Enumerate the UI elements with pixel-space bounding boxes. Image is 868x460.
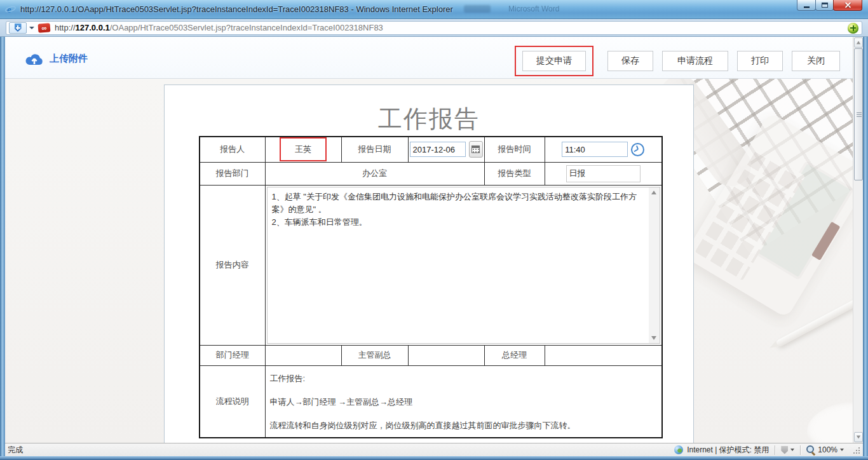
maximize-icon: [822, 3, 828, 8]
scroll-up-icon[interactable]: [651, 191, 656, 194]
submit-application-button[interactable]: 提交申请: [522, 51, 586, 71]
window-border-left: [0, 37, 5, 456]
textarea-scrollbar[interactable]: [649, 187, 660, 343]
report-content-textarea[interactable]: 1、起草 "关于印发《金信集团电力设施和电能保护办公室联席会议学习实践活动整改落…: [267, 187, 661, 344]
dept-manager-value: [265, 345, 341, 365]
url-scheme: http://: [55, 23, 76, 32]
window-border-right: [863, 37, 868, 456]
scrollbar-up-button[interactable]: [854, 37, 863, 48]
general-manager-value: [545, 345, 662, 365]
submit-annotation-box: 提交申请: [515, 46, 593, 76]
process-desc-label: 流程说明: [200, 365, 265, 438]
dept-manager-label: 部门经理: [200, 345, 265, 365]
zoom-level: 100%: [818, 445, 837, 454]
go-icon[interactable]: [848, 23, 858, 34]
report-content-text: 1、起草 "关于印发《金信集团电力设施和电能保护办公室联席会议学习实践活动整改落…: [268, 187, 660, 232]
protection-shield-icon: [781, 446, 788, 454]
minimize-icon: [804, 6, 810, 8]
close-page-button[interactable]: 关闭: [792, 51, 840, 71]
table-row: 流程说明 工作报告: 申请人→部门经理 →主管副总→总经理 流程流转和自身岗位级…: [200, 365, 662, 438]
save-button[interactable]: 保存: [607, 51, 653, 71]
process-line: 工作报告:: [270, 373, 657, 384]
maximize-button[interactable]: [815, 0, 834, 11]
status-bar: 完成 Internet | 保护模式: 禁用 100%: [5, 443, 863, 456]
close-icon: [844, 2, 851, 9]
title-bar[interactable]: e http://127.0.0.1/OAapp/HtTrace0503Serv…: [0, 0, 868, 19]
separator: [800, 445, 801, 455]
general-manager-label: 总经理: [484, 345, 545, 365]
report-date-cell: [408, 137, 484, 162]
magnifier-icon: [806, 445, 815, 454]
status-done-text: 完成: [8, 445, 674, 456]
scroll-down-icon: [857, 436, 860, 439]
report-dept-value: 办公室: [265, 162, 484, 185]
security-zone-item[interactable]: Internet | 保护模式: 禁用: [674, 445, 769, 456]
reporter-cell: 王英: [265, 137, 341, 162]
reporter-value: 王英: [295, 144, 311, 154]
url-path: /OAapp/HtTrace0503Servlet.jsp?traceInsta…: [110, 23, 383, 32]
address-bar: ∞ http://127.0.0.1/OAapp/HtTrace0503Serv…: [0, 19, 868, 37]
address-input[interactable]: ∞ http://127.0.0.1/OAapp/HtTrace0503Serv…: [6, 21, 862, 35]
report-dept-label: 报告部门: [200, 162, 265, 185]
report-type-input[interactable]: [566, 165, 641, 182]
scrollbar-thumb[interactable]: [854, 48, 863, 180]
report-content-label: 报告内容: [200, 185, 265, 345]
safety-menu[interactable]: [781, 446, 794, 454]
deputy-gm-label: 主管副总: [341, 345, 408, 365]
zoom-control[interactable]: 100%: [806, 445, 844, 454]
process-line: 流程流转和自身岗位级别对应，岗位级别高的直接越过其前面的审批步骤向下流转。: [270, 420, 657, 431]
cloud-upload-icon: [24, 52, 44, 65]
site-favicon: ∞: [38, 23, 51, 32]
upload-attachment-link[interactable]: 上传附件: [24, 52, 88, 65]
chevron-down-icon: [790, 449, 794, 451]
form-toolbar: 上传附件 提交申请 保存 申请流程 打印 关闭: [5, 37, 853, 79]
form-title: 工作报告: [165, 103, 693, 135]
approver-row: 部门经理 主管副总 总经理: [200, 345, 662, 365]
ie-logo-icon: e: [5, 4, 16, 15]
report-type-label: 报告类型: [484, 162, 545, 185]
report-time-input[interactable]: [562, 142, 628, 157]
print-button[interactable]: 打印: [737, 51, 783, 71]
window-title: http://127.0.0.1/OAapp/HtTrace0503Servle…: [20, 4, 453, 14]
date-picker-button[interactable]: [469, 141, 483, 158]
close-button[interactable]: [833, 0, 862, 11]
background-window-title: Microsoft Word: [508, 4, 559, 13]
window-border-bottom: [0, 456, 868, 460]
application-flow-button[interactable]: 申请流程: [662, 51, 728, 71]
svg-text:e: e: [7, 4, 11, 15]
separator: [775, 445, 775, 455]
reporter-label: 报告人: [200, 137, 265, 162]
internet-globe-icon: [674, 445, 683, 454]
address-dropdown-icon[interactable]: [29, 27, 34, 29]
compatibility-shield-button[interactable]: [9, 22, 27, 34]
scroll-up-icon: [857, 41, 860, 44]
process-line: 申请人→部门经理 →主管副总→总经理: [270, 396, 657, 408]
status-right-cluster: Internet | 保护模式: 禁用 100%: [674, 445, 860, 456]
background-window-ghost: [464, 5, 491, 13]
scroll-down-icon[interactable]: [651, 336, 656, 340]
report-date-label: 报告日期: [341, 137, 408, 162]
calendar-icon: [471, 145, 480, 153]
action-buttons: 提交申请 保存 申请流程 打印 关闭: [515, 51, 840, 76]
report-type-cell: [545, 162, 662, 185]
url-host: 127.0.0.1: [76, 23, 110, 32]
photo-mouse: [807, 402, 853, 443]
report-date-input[interactable]: [410, 142, 466, 157]
page-background: 工作报告 报告人 王英 报告日期: [5, 79, 853, 443]
minimize-button[interactable]: [797, 0, 816, 11]
upload-attachment-label: 上传附件: [50, 53, 88, 65]
report-time-label: 报告时间: [484, 137, 545, 162]
table-row: 报告内容 1、起草 "关于印发《金信集团电力设施和电能保护办公室联席会议学习实践…: [200, 185, 662, 345]
report-form-table: 报告人 王英 报告日期 报告时间: [199, 136, 663, 438]
window-controls: [797, 0, 862, 11]
report-time-cell: [545, 137, 662, 162]
resize-grip[interactable]: [852, 446, 860, 454]
reporter-annotation-box: 王英: [280, 137, 327, 161]
report-form-panel: 工作报告 报告人 王英 报告日期: [164, 85, 694, 443]
scrollbar-down-button[interactable]: [854, 432, 863, 442]
process-desc-cell: 工作报告: 申请人→部门经理 →主管副总→总经理 流程流转和自身岗位级别对应，岗…: [265, 365, 662, 438]
chevron-down-icon: [840, 449, 844, 451]
clock-icon[interactable]: [631, 143, 644, 156]
zone-text: Internet | 保护模式: 禁用: [687, 445, 769, 456]
page-scrollbar[interactable]: [853, 37, 863, 443]
